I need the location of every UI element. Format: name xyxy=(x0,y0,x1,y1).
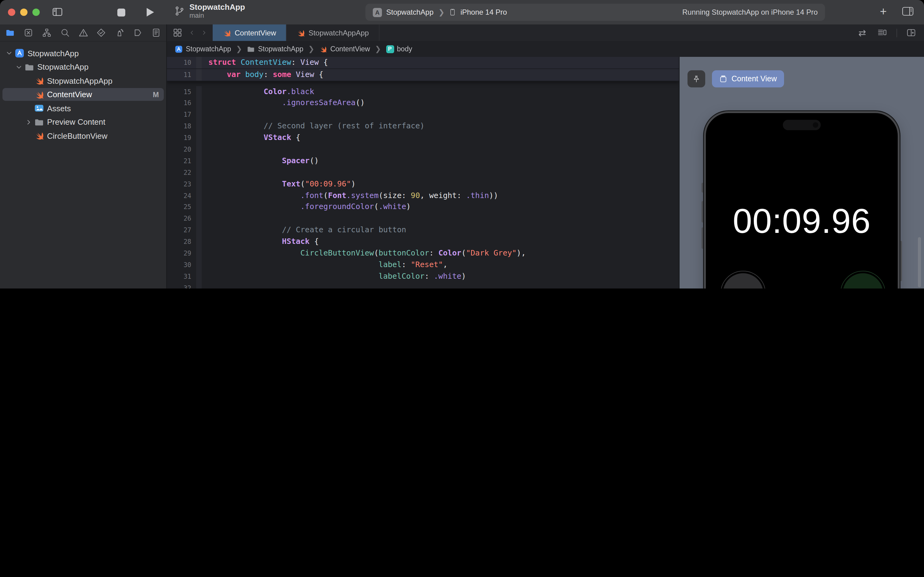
scheme-selector[interactable]: A StopwatchApp ❯ iPhone 14 Pro Running S… xyxy=(365,4,825,21)
code-line-21[interactable]: 21 Spacer() xyxy=(167,155,679,167)
reset-button[interactable]: Reset xyxy=(721,271,766,288)
code-line-18[interactable]: 18 // Second layer (rest of interface) xyxy=(167,121,679,132)
code-line-27[interactable]: 27 // Create a circular button xyxy=(167,224,679,236)
breadcrumb-contentview[interactable]: ContentView xyxy=(319,45,370,53)
line-number[interactable]: 32 xyxy=(167,282,195,288)
source-control-icon[interactable] xyxy=(24,28,33,37)
fold-ribbon[interactable] xyxy=(196,166,202,178)
start-button[interactable]: Start xyxy=(840,271,885,288)
code-line-16[interactable]: 16 .ignoresSafeArea() xyxy=(167,97,679,109)
reports-icon[interactable] xyxy=(151,28,161,37)
code-line-32[interactable]: 32 xyxy=(167,282,679,288)
line-number[interactable]: 21 xyxy=(167,155,195,167)
code-line-30[interactable]: 30 label: "Reset", xyxy=(167,259,679,271)
code-line-15[interactable]: 15 Color.black xyxy=(167,86,679,97)
navigator-item-preview-content[interactable]: Preview Content xyxy=(0,115,166,129)
fold-ribbon[interactable] xyxy=(196,143,202,155)
fold-ribbon[interactable] xyxy=(196,178,202,190)
close-window-button[interactable] xyxy=(8,8,15,16)
source-editor[interactable]: 15 Color.black16 .ignoresSafeArea()1718 … xyxy=(167,57,679,288)
code-line-25[interactable]: 25 .foregroundColor(.white) xyxy=(167,201,679,213)
line-number[interactable]: 25 xyxy=(167,201,195,213)
code-line-23[interactable]: 23 Text("00:09.96") xyxy=(167,178,679,190)
tests-icon[interactable] xyxy=(97,28,106,37)
add-editor-icon[interactable] xyxy=(906,28,916,37)
line-number[interactable]: 31 xyxy=(167,271,195,282)
code-line-11[interactable]: 11 var body: some View { xyxy=(167,69,679,81)
breakpoints-icon[interactable] xyxy=(133,28,142,37)
disclosure-right-icon[interactable] xyxy=(26,119,32,125)
line-number[interactable]: 18 xyxy=(167,121,195,132)
breadcrumb-stopwatchapp[interactable]: StopwatchApp xyxy=(175,45,231,53)
fold-ribbon[interactable] xyxy=(196,57,202,68)
project-navigator-icon[interactable] xyxy=(5,28,14,37)
fold-ribbon[interactable] xyxy=(196,213,202,225)
line-number[interactable]: 15 xyxy=(167,86,195,97)
sidebar-toggle-icon[interactable] xyxy=(52,7,64,17)
navigator-item-circlebuttonview[interactable]: CircleButtonView xyxy=(0,129,166,143)
fold-ribbon[interactable] xyxy=(196,248,202,259)
navigator-item-assets[interactable]: Assets xyxy=(0,102,166,115)
line-number[interactable]: 16 xyxy=(167,97,195,109)
line-number[interactable]: 30 xyxy=(167,259,195,271)
code-line-24[interactable]: 24 .font(Font.system(size: 90, weight: .… xyxy=(167,190,679,201)
breadcrumb-stopwatchapp[interactable]: StopwatchApp xyxy=(247,45,303,53)
line-number[interactable]: 29 xyxy=(167,248,195,259)
fold-ribbon[interactable] xyxy=(196,282,202,288)
forward-chevron-icon[interactable] xyxy=(202,29,206,36)
run-button[interactable] xyxy=(146,8,154,16)
code-line-29[interactable]: 29 CircleButtonView(buttonColor: Color("… xyxy=(167,248,679,259)
back-chevron-icon[interactable] xyxy=(190,29,194,36)
preview-view-chip[interactable]: Content View xyxy=(712,70,784,87)
search-icon[interactable] xyxy=(60,28,69,37)
line-number[interactable]: 24 xyxy=(167,190,195,201)
preview-pin-button[interactable] xyxy=(687,70,705,87)
disclosure-down-icon[interactable] xyxy=(16,64,22,70)
line-number[interactable]: 10 xyxy=(167,57,195,68)
fold-ribbon[interactable] xyxy=(196,190,202,201)
breadcrumb-body[interactable]: Pbody xyxy=(386,45,412,53)
fold-ribbon[interactable] xyxy=(196,121,202,132)
code-line-22[interactable]: 22 xyxy=(167,166,679,178)
navigator-item-stopwatchapp[interactable]: StopwatchApp xyxy=(0,60,166,74)
navigator-item-stopwatchappapp[interactable]: StopwatchAppApp xyxy=(0,74,166,88)
code-review-icon[interactable]: ⇄ xyxy=(857,27,868,38)
fold-ribbon[interactable] xyxy=(196,201,202,213)
line-number[interactable]: 11 xyxy=(167,69,195,81)
editor-tab-contentview[interactable]: ContentView xyxy=(212,24,287,41)
symbols-icon[interactable] xyxy=(42,28,52,37)
editor-options-icon[interactable] xyxy=(877,28,887,37)
debug-gauge-icon[interactable] xyxy=(115,28,124,37)
line-number[interactable]: 22 xyxy=(167,166,195,178)
canvas-scrollbar[interactable] xyxy=(918,237,921,287)
fold-ribbon[interactable] xyxy=(196,86,202,97)
code-line-28[interactable]: 28 HStack { xyxy=(167,236,679,248)
fold-ribbon[interactable] xyxy=(196,259,202,271)
code-line-31[interactable]: 31 labelColor: .white) xyxy=(167,271,679,282)
code-line-17[interactable]: 17 xyxy=(167,109,679,121)
zoom-window-button[interactable] xyxy=(32,8,40,16)
related-items-icon[interactable] xyxy=(173,28,182,37)
fold-ribbon[interactable] xyxy=(196,97,202,109)
line-number[interactable]: 20 xyxy=(167,143,195,155)
fold-ribbon[interactable] xyxy=(196,132,202,143)
issues-icon[interactable] xyxy=(79,28,88,37)
line-number[interactable]: 23 xyxy=(167,178,195,190)
fold-ribbon[interactable] xyxy=(196,224,202,236)
navigator-item-contentview[interactable]: ContentViewM xyxy=(0,88,166,102)
line-number[interactable]: 19 xyxy=(167,132,195,143)
line-number[interactable]: 26 xyxy=(167,213,195,225)
line-number[interactable]: 17 xyxy=(167,109,195,121)
minimize-window-button[interactable] xyxy=(20,8,27,16)
disclosure-down-icon[interactable] xyxy=(6,50,12,56)
scheme-destination[interactable]: iPhone 14 Pro xyxy=(460,8,507,16)
stop-button[interactable] xyxy=(118,8,125,16)
fold-ribbon[interactable] xyxy=(196,271,202,282)
navigator-item-stopwatchapp[interactable]: StopwatchApp xyxy=(0,47,166,60)
inspector-toggle-icon[interactable] xyxy=(901,6,914,16)
line-number[interactable]: 28 xyxy=(167,236,195,248)
code-line-26[interactable]: 26 xyxy=(167,213,679,225)
fold-ribbon[interactable] xyxy=(196,69,202,81)
code-line-19[interactable]: 19 VStack { xyxy=(167,132,679,143)
scheme-app-name[interactable]: StopwatchApp xyxy=(386,8,434,16)
